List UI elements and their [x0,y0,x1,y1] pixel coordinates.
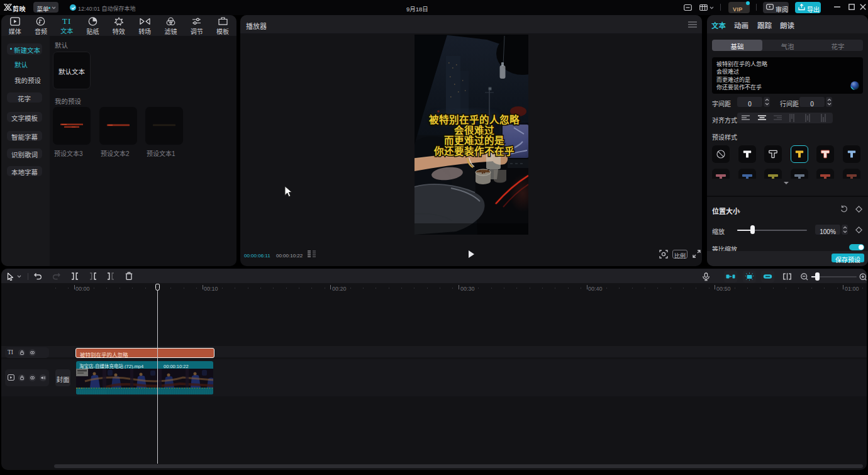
svg-text:你还要装作不在乎: 你还要装作不在乎 [433,143,515,157]
